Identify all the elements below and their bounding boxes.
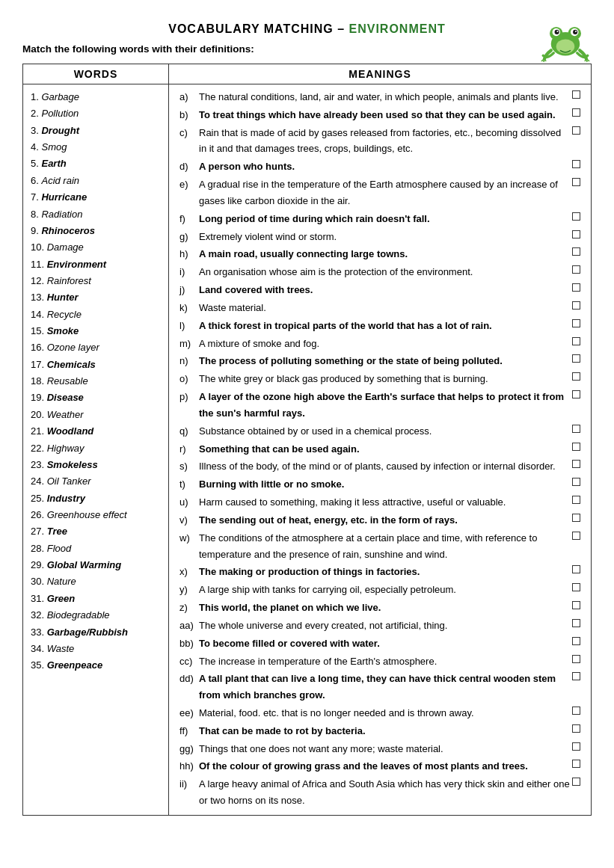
answer-checkbox[interactable] xyxy=(572,390,580,398)
list-item: 4. Smog xyxy=(31,139,161,156)
answer-checkbox[interactable] xyxy=(572,337,580,345)
list-item: 16. Ozone layer xyxy=(31,339,161,356)
list-item: 1. Garbage xyxy=(31,89,161,105)
list-item: b)To treat things which have already bee… xyxy=(179,107,580,123)
words-list: 1. Garbage2. Pollution3. Drought4. Smog5… xyxy=(31,89,161,674)
answer-checkbox[interactable] xyxy=(572,514,580,522)
list-item: p)A layer of the ozone high above the Ea… xyxy=(179,389,580,422)
list-item: 6. Acid rain xyxy=(31,173,161,189)
list-item: o)The white grey or black gas produced b… xyxy=(179,371,580,387)
answer-checkbox[interactable] xyxy=(572,637,580,645)
list-item: 23. Smokeless xyxy=(31,457,161,473)
answer-checkbox[interactable] xyxy=(572,724,580,733)
list-item: h)A main road, usually connecting large … xyxy=(179,246,580,262)
list-item: 22. Highway xyxy=(31,440,161,457)
list-item: g)Extremely violent wind or storm. xyxy=(179,229,580,245)
list-item: hh)Of the colour of growing grass and th… xyxy=(179,758,580,775)
answer-checkbox[interactable] xyxy=(572,354,580,363)
list-item: aa)The whole universe and every created,… xyxy=(179,618,580,634)
answer-checkbox[interactable] xyxy=(572,478,580,486)
list-item: c)Rain that is made of acid by gases rel… xyxy=(179,125,580,158)
answer-checkbox[interactable] xyxy=(572,425,580,433)
list-item: 7. Hurricane xyxy=(31,189,161,206)
list-item: a)The natural conditions, land, air and … xyxy=(179,89,580,105)
answer-checkbox[interactable] xyxy=(572,247,580,256)
svg-point-6 xyxy=(573,30,577,34)
list-item: 17. Chemicals xyxy=(31,357,161,373)
answer-checkbox[interactable] xyxy=(572,319,580,327)
main-table: WORDS MEANINGS 1. Garbage2. Pollution3. … xyxy=(22,64,592,816)
answer-checkbox[interactable] xyxy=(572,532,580,540)
list-item: 2. Pollution xyxy=(31,105,161,122)
answer-checkbox[interactable] xyxy=(572,212,580,221)
answer-checkbox[interactable] xyxy=(572,460,580,468)
answer-checkbox[interactable] xyxy=(572,372,580,381)
answer-checkbox[interactable] xyxy=(572,496,580,504)
list-item: v)The sending out of heat, energy, etc. … xyxy=(179,512,580,529)
list-item: 3. Drought xyxy=(31,123,161,139)
list-item: 27. Tree xyxy=(31,523,161,540)
answer-checkbox[interactable] xyxy=(572,160,580,168)
words-header: WORDS xyxy=(23,64,169,84)
list-item: z)This world, the planet on which we liv… xyxy=(179,600,580,616)
answer-checkbox[interactable] xyxy=(572,760,580,768)
list-item: 31. Green xyxy=(31,591,161,607)
list-item: l)A thick forest in tropical parts of th… xyxy=(179,318,580,334)
answer-checkbox[interactable] xyxy=(572,230,580,238)
answer-checkbox[interactable] xyxy=(572,707,580,715)
answer-checkbox[interactable] xyxy=(572,565,580,573)
list-item: 10. Damage xyxy=(31,239,161,256)
list-item: ii)A large heavy animal of Africa and So… xyxy=(179,776,580,809)
answer-checkbox[interactable] xyxy=(572,90,580,99)
list-item: ff)That can be made to rot by bacteria. xyxy=(179,723,580,739)
list-item: q)Substance obtained by or used in a che… xyxy=(179,423,580,440)
content-row: 1. Garbage2. Pollution3. Drought4. Smog5… xyxy=(23,84,592,816)
answer-checkbox[interactable] xyxy=(572,583,580,591)
svg-point-7 xyxy=(556,31,558,32)
list-item: i)An organisation whose aim is the prote… xyxy=(179,264,580,280)
answer-checkbox[interactable] xyxy=(572,301,580,310)
list-item: k)Waste material. xyxy=(179,300,580,316)
answer-checkbox[interactable] xyxy=(572,742,580,751)
answer-checkbox[interactable] xyxy=(572,265,580,274)
svg-point-9 xyxy=(556,40,575,54)
answer-checkbox[interactable] xyxy=(572,778,580,786)
list-item: gg)Things that one does not want any mor… xyxy=(179,741,580,757)
list-item: 13. Hunter xyxy=(31,289,161,306)
frog-decoration xyxy=(539,15,592,66)
list-item: dd)A tall plant that can live a long tim… xyxy=(179,671,580,704)
answer-checkbox[interactable] xyxy=(572,619,580,627)
list-item: 20. Weather xyxy=(31,407,161,423)
list-item: j)Land covered with trees. xyxy=(179,282,580,298)
answer-checkbox[interactable] xyxy=(572,108,580,117)
words-column: 1. Garbage2. Pollution3. Drought4. Smog5… xyxy=(23,84,169,816)
answer-checkbox[interactable] xyxy=(572,443,580,451)
list-item: y)A large ship with tanks for carrying o… xyxy=(179,582,580,598)
list-item: e)A gradual rise in the temperature of t… xyxy=(179,176,580,209)
answer-checkbox[interactable] xyxy=(572,655,580,663)
list-item: x)The making or production of things in … xyxy=(179,564,580,580)
list-item: cc)The increase in temperature of the Ea… xyxy=(179,653,580,670)
answer-checkbox[interactable] xyxy=(572,601,580,609)
list-item: 34. Waste xyxy=(31,641,161,657)
list-item: 15. Smoke xyxy=(31,323,161,339)
page-header: VOCABULARY MATCHING – ENVIRONMENT xyxy=(22,15,592,36)
list-item: 26. Greenhouse effect xyxy=(31,507,161,523)
svg-point-8 xyxy=(575,31,577,32)
meanings-column: a)The natural conditions, land, air and … xyxy=(169,84,592,816)
list-item: 30. Nature xyxy=(31,573,161,590)
list-item: 5. Earth xyxy=(31,156,161,172)
list-item: 12. Rainforest xyxy=(31,273,161,289)
answer-checkbox[interactable] xyxy=(572,178,580,186)
answer-checkbox[interactable] xyxy=(572,283,580,292)
answer-checkbox[interactable] xyxy=(572,672,580,680)
list-item: 32. Biodegradable xyxy=(31,607,161,624)
list-item: 9. Rhinoceros xyxy=(31,223,161,239)
list-item: d)A person who hunts. xyxy=(179,158,580,175)
answer-checkbox[interactable] xyxy=(572,126,580,135)
list-item: 29. Global Warming xyxy=(31,557,161,573)
list-item: 8. Radiation xyxy=(31,206,161,223)
page-title: VOCABULARY MATCHING – ENVIRONMENT xyxy=(168,15,446,36)
list-item: f)Long period of time during which rain … xyxy=(179,211,580,227)
meanings-list: a)The natural conditions, land, air and … xyxy=(179,89,580,809)
